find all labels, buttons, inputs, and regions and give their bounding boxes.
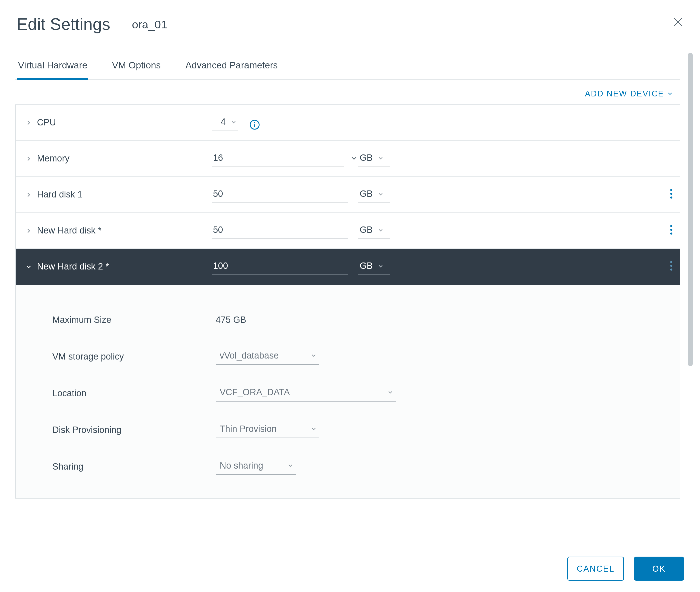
scroll-content: Virtual Hardware VM Options Advanced Par… [15,53,680,540]
dialog-title: Edit Settings [17,15,110,34]
new-harddisk2-label: New Hard disk 2 * [37,261,109,272]
hardware-rows: CPU 4 [15,104,680,499]
chevron-down-icon [377,227,384,234]
sharing-value: No sharing [220,460,263,471]
provisioning-row: Disk Provisioning Thin Provision [16,411,680,448]
storage-policy-value: vVol_database [220,350,279,361]
close-button[interactable] [672,16,684,28]
add-device-row: ADD NEW DEVICE [15,80,680,102]
chevron-down-icon [387,389,394,396]
svg-point-8 [670,261,672,263]
provisioning-select[interactable]: Thin Provision [216,422,319,438]
sharing-label: Sharing [52,461,216,472]
harddisk1-unit-select[interactable]: GB [358,187,390,202]
chevron-down-icon [25,263,32,270]
memory-label: Memory [37,153,70,164]
chevron-right-icon [25,191,32,198]
add-new-device-label: ADD NEW DEVICE [585,89,664,98]
ok-button[interactable]: OK [634,557,684,581]
storage-policy-label: VM storage policy [52,351,216,362]
sharing-row: Sharing No sharing [16,448,680,485]
svg-point-7 [670,233,672,235]
tab-vm-options[interactable]: VM Options [111,53,161,80]
chevron-down-icon [287,462,294,469]
svg-point-9 [670,264,672,266]
harddisk1-unit-value: GB [360,189,373,199]
close-icon [672,16,684,28]
chevron-down-icon [310,426,317,432]
chevron-down-icon [310,352,317,359]
more-actions-icon[interactable] [670,188,673,201]
location-select[interactable]: VCF_ORA_DATA [216,385,396,402]
max-size-row: Maximum Size 475 GB [16,301,680,338]
location-label: Location [52,388,216,399]
svg-point-2 [670,189,672,191]
new-harddisk-row[interactable]: New Hard disk * GB [16,213,680,249]
new-harddisk2-unit-value: GB [360,261,373,271]
svg-point-6 [670,229,672,231]
svg-point-1 [254,122,255,123]
add-new-device-button[interactable]: ADD NEW DEVICE [585,89,673,98]
chevron-down-icon [377,155,384,161]
cpu-count-select[interactable]: 4 [212,115,238,131]
new-harddisk-unit-value: GB [360,225,373,235]
svg-point-5 [670,225,672,227]
svg-point-4 [670,196,672,198]
new-harddisk2-detail-panel: Maximum Size 475 GB VM storage policy vV… [16,285,680,499]
max-size-label: Maximum Size [52,315,216,325]
memory-unit-value: GB [360,153,373,163]
new-harddisk-size-input[interactable] [212,223,348,239]
harddisk1-label: Hard disk 1 [37,189,83,200]
memory-unit-select[interactable]: GB [358,151,390,166]
chevron-down-icon [377,191,384,197]
memory-input[interactable] [212,151,344,166]
chevron-down-icon[interactable] [350,154,358,166]
tabs: Virtual Hardware VM Options Advanced Par… [15,53,680,80]
memory-row[interactable]: Memory GB [16,141,680,177]
more-actions-icon[interactable] [670,260,673,274]
chevron-down-icon [230,119,237,126]
storage-policy-row: VM storage policy vVol_database [16,338,680,375]
chevron-right-icon [25,227,32,235]
chevron-right-icon [25,119,32,127]
scrollbar-thumb[interactable] [688,53,693,366]
new-harddisk2-size-input[interactable] [212,259,348,275]
cpu-row[interactable]: CPU 4 [16,105,680,141]
max-size-value: 475 GB [216,315,409,325]
provisioning-value: Thin Provision [220,424,277,434]
new-harddisk-unit-select[interactable]: GB [358,223,390,239]
harddisk1-row[interactable]: Hard disk 1 GB [16,177,680,213]
dialog-header: Edit Settings ora_01 [0,0,700,44]
chevron-down-icon [667,90,673,97]
cpu-count-value: 4 [221,117,226,127]
header-divider [122,17,122,32]
scrollbar[interactable] [688,53,693,366]
location-value: VCF_ORA_DATA [220,387,290,398]
tab-advanced-parameters[interactable]: Advanced Parameters [185,53,278,80]
harddisk1-size-input[interactable] [212,187,348,202]
svg-point-10 [670,268,672,270]
more-actions-icon[interactable] [670,224,673,238]
dialog-footer: CANCEL OK [567,557,684,581]
svg-point-3 [670,192,672,194]
new-harddisk2-row[interactable]: New Hard disk 2 * GB [16,249,680,285]
storage-policy-select[interactable]: vVol_database [216,349,319,365]
sharing-select[interactable]: No sharing [216,458,296,475]
provisioning-label: Disk Provisioning [52,425,216,435]
vm-name: ora_01 [132,18,167,31]
new-harddisk-label: New Hard disk * [37,226,102,236]
location-row: Location VCF_ORA_DATA [16,375,680,411]
chevron-right-icon [25,155,32,162]
scroll-frame: Virtual Hardware VM Options Advanced Par… [0,53,700,540]
cpu-label: CPU [37,117,56,128]
info-icon[interactable] [249,119,260,131]
edit-settings-dialog: Edit Settings ora_01 Virtual Hardware VM… [0,0,700,592]
tab-virtual-hardware[interactable]: Virtual Hardware [17,53,88,80]
cancel-button[interactable]: CANCEL [567,557,624,581]
new-harddisk2-unit-select[interactable]: GB [358,259,390,275]
chevron-down-icon [377,263,384,269]
